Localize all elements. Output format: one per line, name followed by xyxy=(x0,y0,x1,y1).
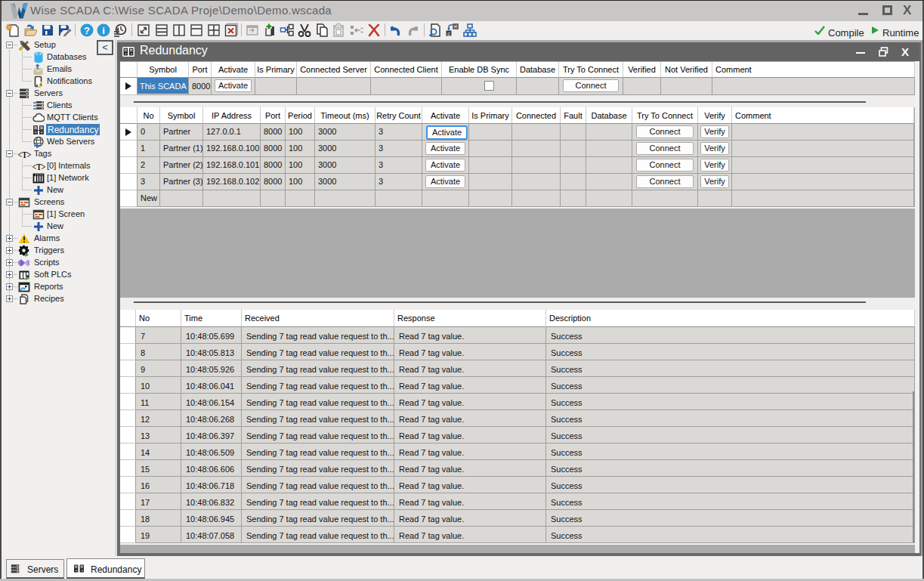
svg-text:c: c xyxy=(447,31,450,36)
svg-text:<T>: <T> xyxy=(32,161,46,172)
svg-text:<T>: <T> xyxy=(18,149,32,159)
svg-text:?: ? xyxy=(84,25,90,36)
svg-text:i: i xyxy=(102,25,105,36)
svg-text:b: b xyxy=(454,23,457,29)
